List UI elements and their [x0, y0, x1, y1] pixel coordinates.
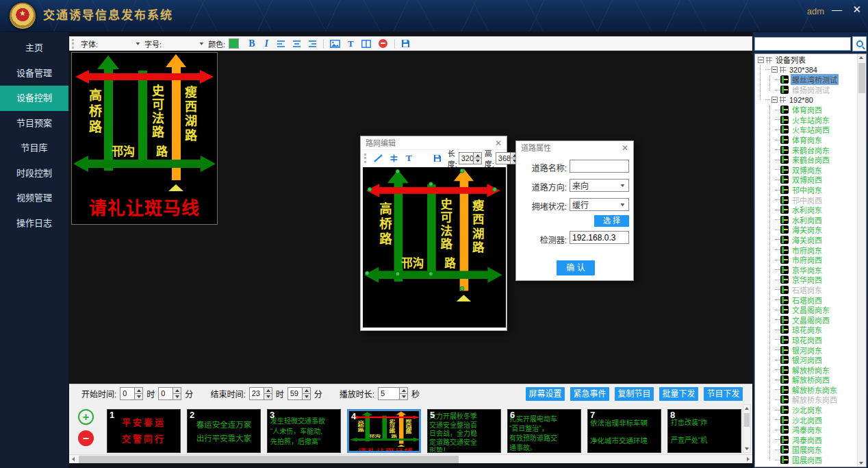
close-icon[interactable]: ✕ — [852, 0, 861, 19]
playlist-item-2[interactable]: 2春运安全连万家出行平安靠大家 — [187, 409, 261, 453]
align-left-icon[interactable] — [277, 40, 285, 48]
tree-device-row[interactable]: 火车站岗西 — [756, 125, 856, 135]
tree-device-row[interactable]: 市府岗西 — [756, 255, 856, 265]
collapse-icon[interactable] — [758, 57, 764, 63]
save-icon[interactable] — [401, 39, 410, 48]
emergency-event-button[interactable]: 紧急事件 — [570, 387, 609, 401]
tree-device-row[interactable]: 银河岗东 — [756, 345, 856, 355]
tree-device-row[interactable]: 解放桥岗西 — [756, 375, 856, 385]
tree-device-row[interactable]: 鸿泰岗西 — [756, 435, 856, 445]
tree-device-row[interactable]: 海关岗西 — [756, 235, 856, 245]
road-control-point[interactable] — [460, 169, 465, 173]
spinner-arrows[interactable] — [264, 388, 272, 399]
tree-device-row[interactable]: 双博岗西 — [756, 175, 856, 185]
layout-frame-icon[interactable] — [361, 40, 371, 48]
tree-device-row[interactable]: 解放桥岗东 — [756, 365, 856, 375]
font-size-select[interactable]: ▼ — [163, 38, 205, 49]
tree-device-row[interactable]: 京华岗西 — [756, 275, 856, 285]
close-icon[interactable]: ✕ — [622, 141, 628, 155]
road-direction-select[interactable]: 来向 ▼ — [570, 179, 629, 192]
start-hour-spinner[interactable]: 0 — [120, 387, 143, 400]
tree-device-row[interactable]: 来鹤台岗西 — [756, 155, 856, 165]
collapse-icon[interactable] — [771, 97, 778, 103]
tree-device-row[interactable]: 国展岗西 — [756, 455, 856, 465]
confirm-button[interactable]: 确 认 — [557, 260, 595, 275]
scrollbar-thumb[interactable] — [744, 413, 750, 427]
end-hour-spinner[interactable]: 23 — [249, 387, 272, 400]
sidebar-item-video-management[interactable]: 视频管理 — [0, 186, 68, 211]
tree-device-row[interactable]: 水利岗东 — [756, 205, 856, 215]
length-value[interactable]: 320 — [459, 153, 473, 164]
playlist-item-7[interactable]: 7依法治理非标车辆净化城市交通环境 — [587, 409, 661, 453]
text-tool-button[interactable]: T — [348, 38, 354, 49]
tree-device-row[interactable]: 银河岗西 — [756, 355, 856, 365]
color-swatch[interactable] — [229, 38, 239, 49]
detector-input[interactable] — [570, 231, 629, 244]
length-spinner[interactable]: 320 — [459, 152, 482, 164]
road-axis-icon[interactable] — [390, 154, 398, 162]
duration-spinner[interactable]: 5 — [378, 387, 408, 400]
road-control-point[interactable] — [429, 182, 433, 186]
end-minute-spinner[interactable]: 59 — [288, 387, 311, 400]
scrollbar-thumb[interactable] — [79, 456, 459, 463]
road-control-point[interactable] — [396, 271, 400, 276]
tree-device-row[interactable]: 水利岗西 — [756, 215, 856, 225]
save-icon[interactable] — [433, 154, 442, 162]
screen-settings-button[interactable]: 屏幕设置 — [526, 387, 565, 401]
playlist-vertical-scrollbar[interactable] — [743, 404, 751, 453]
tree-device-row[interactable]: 螺丝湾桥测试 — [756, 75, 856, 85]
playlist-item-1[interactable]: 1平安春运交警同行 — [107, 409, 181, 453]
sidebar-item-home[interactable]: 主页 — [0, 36, 68, 61]
toolbar-grip[interactable] — [72, 39, 74, 49]
road-control-point[interactable] — [368, 187, 372, 192]
end-hour-value[interactable]: 23 — [250, 388, 264, 399]
road-control-point[interactable] — [492, 187, 497, 192]
align-center-icon[interactable] — [292, 40, 301, 48]
road-control-point[interactable] — [365, 271, 370, 275]
sign-preview[interactable]: 高桥路 史可法路 瘦西湖路 邗沟 路 请礼让斑马线 — [71, 52, 218, 225]
toolbar-grip[interactable] — [364, 153, 366, 163]
playlist-item-5[interactable]: 5大力开展秋冬季交通安全整治百日会战，全力稳定道路交通安全形势！ — [427, 409, 501, 453]
scroll-up-icon[interactable] — [743, 405, 750, 412]
tree-device-row[interactable]: 解放桥东岗东 — [756, 385, 856, 395]
congestion-select[interactable]: 缓行 ▼ — [570, 198, 629, 211]
duration-value[interactable]: 5 — [379, 388, 399, 399]
minimize-icon[interactable]: — — [832, 0, 842, 19]
copy-program-button[interactable]: 复制节目 — [615, 387, 654, 401]
add-program-button[interactable]: + — [78, 409, 94, 425]
tree-device-row[interactable]: 海关岗东 — [756, 225, 856, 235]
tree-device-row[interactable]: 国展岗东 — [756, 445, 856, 455]
tree-device-row[interactable]: 文昌阁岗西 — [756, 315, 856, 325]
tree-device-row[interactable]: 体育岗西 — [756, 105, 856, 115]
tree-device-row[interactable]: 解放桥东岗西 — [756, 395, 856, 405]
italic-button[interactable]: I — [265, 38, 268, 49]
sidebar-item-time-period-control[interactable]: 时段控制 — [0, 161, 68, 186]
scroll-right-icon[interactable] — [743, 455, 752, 464]
collapse-icon[interactable] — [771, 66, 778, 73]
stop-icon[interactable] — [379, 39, 387, 48]
tree-device-row[interactable]: 琼花岗西 — [756, 335, 856, 345]
tree-device-row[interactable]: 石塔岗东 — [756, 285, 856, 295]
road-control-point[interactable] — [396, 169, 400, 174]
tree-device-row[interactable]: 京华岗东 — [756, 264, 856, 275]
spinner-arrows[interactable] — [134, 388, 142, 399]
device-search-input[interactable] — [754, 37, 851, 51]
road-network-canvas[interactable]: 高桥路 史可法路 瘦西湖路 邗沟 路 请礼让斑马线 — [363, 167, 506, 328]
scroll-left-icon[interactable] — [69, 455, 78, 464]
scroll-down-icon[interactable] — [743, 445, 750, 452]
select-button[interactable]: 选 择 — [594, 215, 629, 227]
end-minute-value[interactable]: 59 — [288, 388, 302, 399]
tree-device-row[interactable]: 石塔岗西 — [756, 295, 856, 305]
height-value[interactable]: 368 — [496, 153, 510, 164]
tree-device-row[interactable]: 琼花岗东 — [756, 325, 856, 335]
tree-device-row[interactable]: 文昌阁岗东 — [756, 305, 856, 315]
tree-device-row[interactable]: 火车站岗东 — [756, 115, 856, 125]
tree-device-row[interactable]: 来鹤台岗东 — [756, 145, 856, 155]
bold-button[interactable]: B — [248, 38, 255, 49]
road-name-input[interactable] — [570, 160, 629, 173]
tree-device-row[interactable]: 邗中岗东 — [756, 185, 856, 195]
spinner-arrows[interactable] — [173, 388, 181, 399]
tree-device-row[interactable]: 鸿泰岗东 — [756, 425, 856, 435]
scrollbar-thumb[interactable] — [858, 63, 865, 93]
batch-send-button[interactable]: 批量下发 — [659, 387, 698, 401]
